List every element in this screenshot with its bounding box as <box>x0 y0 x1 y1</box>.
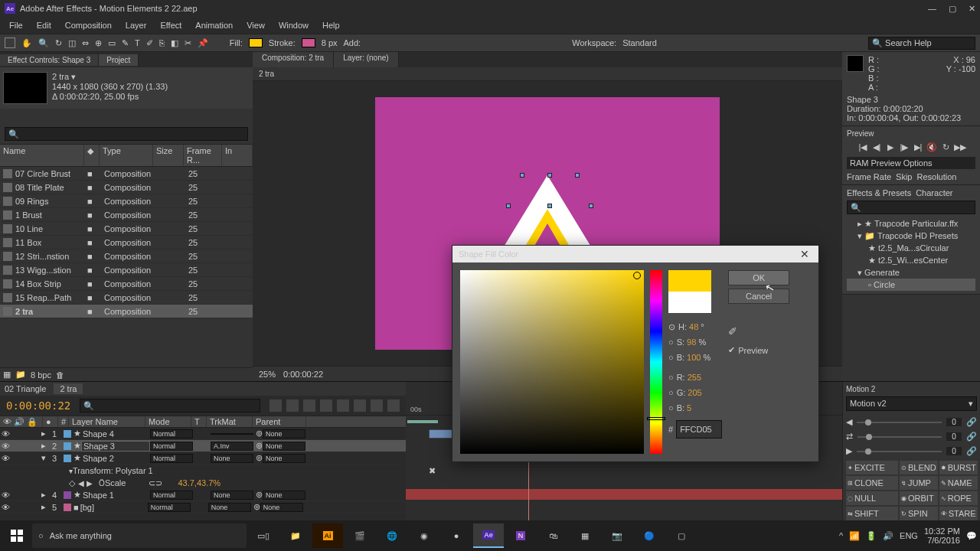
hand-tool-icon[interactable]: ✋ <box>21 38 32 48</box>
old-color-swatch[interactable] <box>668 292 690 313</box>
motion-btn-shift[interactable]: ⇆ SHIFT <box>846 507 898 520</box>
link-icon[interactable]: 🔗 <box>966 446 977 456</box>
brush-tool-icon[interactable]: ✐ <box>146 38 153 48</box>
pen-tool-icon[interactable]: ✎ <box>122 38 129 48</box>
zoom-select[interactable]: 25% <box>259 370 276 379</box>
tl-opt-icon[interactable] <box>286 399 299 412</box>
h-value[interactable]: H: 48 ° <box>678 319 704 334</box>
anchor-tool-icon[interactable]: ⊕ <box>95 38 102 48</box>
project-item[interactable]: 2 tra■Composition25 <box>0 305 253 318</box>
b-value[interactable]: B: 100 % <box>677 350 711 365</box>
menu-help[interactable]: Help <box>316 19 346 31</box>
ep-item[interactable]: ★ t2.5_Ma...sCircular <box>847 242 975 254</box>
transform-group[interactable]: ▾ Transform: Polystar 1 <box>0 465 406 477</box>
tray-volume-icon[interactable]: 🔊 <box>883 531 893 541</box>
ram-preview-dropdown[interactable]: RAM Preview Options <box>847 157 975 169</box>
ep-search-input[interactable]: 🔍 <box>847 201 975 214</box>
puppet-tool-icon[interactable]: 📌 <box>198 38 208 48</box>
loop-icon[interactable]: ↻ <box>940 142 951 152</box>
taskbar-illustrator[interactable]: Ai <box>312 523 343 548</box>
ep-item[interactable]: ▾ Generate <box>847 266 975 279</box>
selection-handle[interactable] <box>547 204 552 208</box>
ep-item[interactable]: ★ t2.5_Wi...esCenter <box>847 254 975 266</box>
menu-window[interactable]: Window <box>273 19 315 31</box>
project-item[interactable]: 09 Rings■Composition25 <box>0 194 253 208</box>
camera-tool-icon[interactable]: ◫ <box>68 38 76 48</box>
selection-handle[interactable] <box>575 173 580 178</box>
taskbar-app5[interactable]: ▢ <box>666 523 697 548</box>
project-item[interactable]: 15 Reap...Path■Composition25 <box>0 291 253 305</box>
project-item[interactable]: 10 Line■Composition25 <box>0 222 253 236</box>
eraser-tool-icon[interactable]: ◧ <box>171 38 178 48</box>
tl-tab[interactable]: 02 Triangle <box>5 384 46 393</box>
layer-row[interactable]: 👁▸4★Shape 1NormalNone⊚None <box>0 489 406 501</box>
viewport-timecode[interactable]: 0:00:00:22 <box>283 370 323 379</box>
selection-handle[interactable] <box>506 204 511 208</box>
timeline-search[interactable]: 🔍 <box>80 399 260 412</box>
motion-slider[interactable]: ⇄0🔗 <box>846 432 977 442</box>
trkmat-dropdown[interactable]: None <box>208 503 251 512</box>
help-search-input[interactable]: 🔍 Search Help <box>868 37 975 50</box>
mode-dropdown[interactable]: Normal <box>150 491 193 500</box>
menu-file[interactable]: File <box>3 19 29 31</box>
col-size[interactable]: Size <box>153 145 184 166</box>
project-item[interactable]: 11 Box■Composition25 <box>0 236 253 249</box>
selection-handle[interactable] <box>547 173 552 178</box>
tray-up-icon[interactable]: ^ <box>839 531 843 540</box>
preview-checkbox[interactable]: ✔Preview <box>728 345 811 355</box>
menu-animation[interactable]: Animation <box>189 19 239 31</box>
bpc-toggle[interactable]: 8 bpc <box>31 370 51 380</box>
stroke-swatch[interactable] <box>302 38 315 47</box>
text-tool-icon[interactable]: T <box>135 38 140 47</box>
last-frame-icon[interactable]: ▶| <box>913 142 923 152</box>
sv-cursor[interactable] <box>633 272 641 279</box>
start-button[interactable] <box>3 523 31 548</box>
first-frame-icon[interactable]: |◀ <box>858 142 868 152</box>
menu-composition[interactable]: Composition <box>59 19 118 31</box>
mode-dropdown[interactable]: Normal <box>148 503 191 512</box>
project-item[interactable]: 13 Wigg...stion■Composition25 <box>0 263 253 277</box>
project-item[interactable]: 07 Circle Brust■Composition25 <box>0 167 253 181</box>
mode-dropdown[interactable]: Normal <box>150 429 193 439</box>
roto-tool-icon[interactable]: ✂ <box>185 38 191 48</box>
col-name[interactable]: Name <box>0 145 84 166</box>
parent-dropdown[interactable]: None <box>263 429 305 439</box>
taskbar-onenote[interactable]: N <box>505 523 536 548</box>
taskbar-explorer[interactable]: 📁 <box>280 523 311 548</box>
tl-opt-icon[interactable] <box>303 399 315 412</box>
mode-dropdown[interactable]: Normal <box>150 442 193 451</box>
play-icon[interactable]: ▶ <box>885 142 896 152</box>
eyedropper-icon[interactable]: ✐ <box>728 325 811 337</box>
tl-opt-icon[interactable] <box>371 399 383 412</box>
timeline-timecode[interactable]: 0:00:00:22 <box>6 399 70 412</box>
bb-value[interactable]: B: 5 <box>677 400 692 416</box>
stamp-tool-icon[interactable]: ⎘ <box>159 38 165 47</box>
taskbar-aftereffects[interactable]: Ae <box>473 523 504 548</box>
label-icon[interactable] <box>64 442 71 450</box>
col-label-icon[interactable]: ◆ <box>84 145 100 166</box>
layer-row[interactable]: 👁▾3★Shape 2NormalNone⊚None <box>0 452 406 465</box>
label-icon[interactable] <box>64 430 71 438</box>
tl-opt-icon[interactable] <box>387 399 400 412</box>
parent-dropdown[interactable]: None <box>263 454 305 463</box>
parent-dropdown[interactable]: None <box>260 503 303 512</box>
project-search-input[interactable]: 🔍 <box>5 127 248 141</box>
s-value[interactable]: S: 98 % <box>677 334 707 350</box>
motion-btn-null[interactable]: ◌ NULL <box>846 491 898 505</box>
taskbar-edge[interactable]: 🌐 <box>377 523 407 548</box>
motion-slider[interactable]: ▶0🔗 <box>846 446 977 456</box>
ep-item-selected[interactable]: ▫ Circle <box>847 279 975 291</box>
trash-icon[interactable]: 🗑 <box>56 370 64 380</box>
ram-icon[interactable]: ▶▶ <box>954 142 965 152</box>
tl-tab-active[interactable]: 2 tra <box>54 383 83 394</box>
layer-row[interactable]: 👁▸5■[bg]NormalNone⊚None <box>0 501 406 514</box>
layer-row[interactable]: 👁▸1★Shape 4Normal⊚None <box>0 428 406 440</box>
g-value[interactable]: G: 205 <box>677 385 702 400</box>
zoom-tool-icon[interactable]: 🔍 <box>38 38 49 48</box>
taskbar-app2[interactable]: ● <box>441 523 472 548</box>
dialog-close-icon[interactable]: ✕ <box>797 248 812 260</box>
taskbar-app3[interactable]: ▦ <box>570 523 600 548</box>
hue-slider[interactable] <box>650 270 662 454</box>
trkmat-dropdown[interactable]: None <box>211 491 253 500</box>
folder-icon[interactable]: 📁 <box>15 370 26 380</box>
